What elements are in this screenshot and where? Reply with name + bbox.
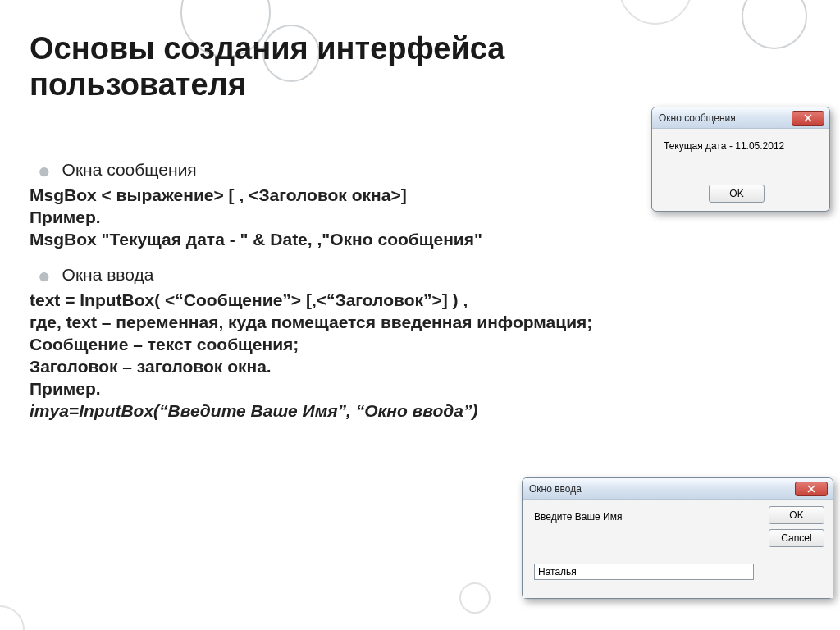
msgbox-title: Окно сообщения (659, 112, 792, 124)
close-icon[interactable] (792, 111, 824, 126)
msgbox-body: Текущая дата - 11.05.2012 (652, 129, 829, 176)
title-line-2: пользователя (30, 67, 246, 102)
msgbox-text: Текущая дата - 11.05.2012 (664, 140, 818, 152)
inputbox-title: Окно ввода (529, 483, 795, 495)
decorative-circle (459, 582, 491, 614)
inputbox-desc-1: где, text – переменная, куда помещается … (30, 313, 592, 331)
section-heading-inputbox: Окна ввода (62, 265, 154, 284)
close-icon[interactable] (795, 482, 828, 496)
cancel-button[interactable]: Cancel (769, 529, 824, 547)
inputbox-desc-2: Сообщение – текст сообщения; (30, 335, 299, 354)
msgbox-syntax: MsgBox < выражение> [ , <Заголовок окна>… (30, 185, 407, 204)
title-line-1: Основы создания интерфейса (30, 31, 505, 66)
inputbox-syntax: text = InputBox( <“Сообщение”> [,<“Загол… (30, 290, 468, 309)
slide-body: ● Окна сообщения MsgBox < выражение> [ ,… (30, 158, 637, 422)
ok-button[interactable]: OK (709, 185, 765, 203)
inputbox-text-field[interactable] (534, 564, 754, 580)
inputbox-dialog: Окно ввода Введите Ваше Имя OK Cancel (522, 477, 833, 599)
msgbox-example-code: MsgBox "Текущая дата - " & Date, ,"Окно … (30, 230, 482, 249)
slide-title: Основы создания интерфейса пользователя (30, 31, 505, 103)
inputbox-example-label: Пример. (30, 379, 101, 398)
msgbox-dialog: Окно сообщения Текущая дата - 11.05.2012… (651, 107, 830, 212)
decorative-circle (0, 605, 25, 630)
decorative-circle (619, 0, 692, 25)
bullet-icon: ● (38, 262, 51, 290)
msgbox-example-label: Пример. (30, 208, 101, 226)
inputbox-body: Введите Ваше Имя OK Cancel (523, 500, 833, 598)
msgbox-titlebar[interactable]: Окно сообщения (652, 107, 829, 129)
section-heading-msgbox: Окна сообщения (62, 160, 197, 179)
inputbox-titlebar[interactable]: Окно ввода (523, 478, 833, 500)
ok-button[interactable]: OK (769, 506, 824, 524)
bullet-icon: ● (38, 158, 51, 185)
decorative-circle (742, 0, 807, 49)
inputbox-desc-3: Заголовок – заголовок окна. (30, 357, 272, 376)
inputbox-example-code: imya=InputBox(“Введите Ваше Имя”, “Окно … (30, 401, 477, 420)
